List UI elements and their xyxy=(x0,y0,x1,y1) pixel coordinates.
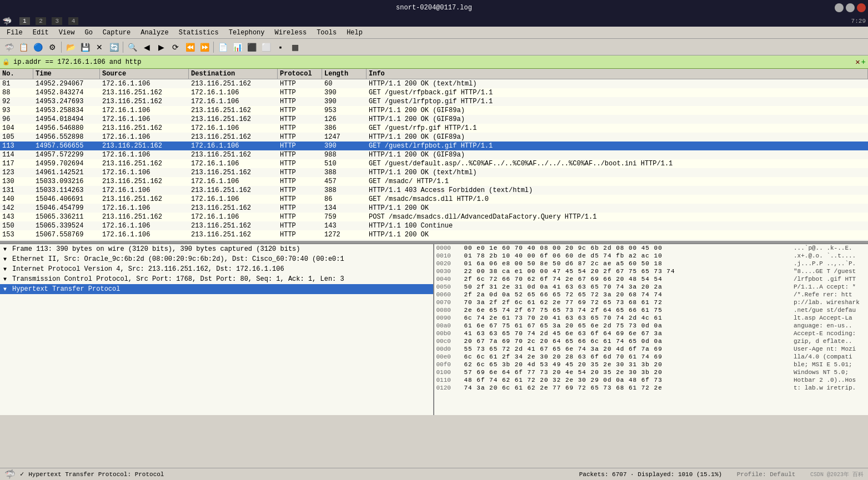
cell-time: 14956.552898 xyxy=(33,133,100,142)
hex-row: 0110 48 6f 74 62 61 72 20 32 2e 30 29 0d… xyxy=(434,376,869,384)
taskbar-btn-3[interactable]: 3 xyxy=(52,17,62,25)
toolbar-refresh-icon[interactable]: ⟳ xyxy=(169,41,182,54)
toolbar-white-icon[interactable]: ⬜ xyxy=(259,41,273,54)
hex-row: 00c0 20 67 7a 69 70 2c 20 64 65 66 6c 61… xyxy=(434,337,869,345)
table-row[interactable]: 104 14956.546880 213.116.251.162 172.16.… xyxy=(0,124,868,133)
filter-input[interactable] xyxy=(13,58,853,66)
menu-wireless[interactable]: Wireless xyxy=(270,28,312,38)
hex-ascii: t: lab.w iretrip. xyxy=(794,385,866,391)
menu-go[interactable]: Go xyxy=(80,28,97,38)
hex-row: 00f0 62 6c 65 3b 20 4d 53 49 45 20 35 2e… xyxy=(434,361,869,368)
taskbar-btn-4[interactable]: 4 xyxy=(68,17,79,25)
close-button[interactable] xyxy=(857,3,866,12)
hex-ascii: ble; MSI E 5.01; xyxy=(794,361,866,368)
cell-no: 143 xyxy=(0,213,33,221)
toolbar-small-icon[interactable]: ▪ xyxy=(274,41,287,54)
menu-file[interactable]: File xyxy=(2,28,27,38)
packet-list-section: No. Time Source Destination Protocol Len… xyxy=(0,69,868,241)
toolbar-search-icon[interactable]: 🔍 xyxy=(126,41,139,54)
col-protocol: Protocol xyxy=(278,69,322,79)
cell-len: 390 xyxy=(322,97,367,106)
toolbar-first-icon[interactable]: ⏪ xyxy=(183,41,197,54)
menu-telephony[interactable]: Telephony xyxy=(224,28,269,38)
hex-offset: 00c0 xyxy=(436,338,464,345)
cell-no: 140 xyxy=(0,195,33,204)
toolbar-list-icon[interactable]: 📋 xyxy=(17,41,30,54)
toolbar-save-icon[interactable]: 💾 xyxy=(78,41,92,54)
table-row[interactable]: 123 14961.142521 172.16.1.106 213.116.25… xyxy=(0,168,868,177)
toolbar-forward-icon[interactable]: ▶ xyxy=(154,41,168,54)
table-row[interactable]: 140 15046.406691 213.116.251.162 172.16.… xyxy=(0,195,868,204)
taskbar-btn-2[interactable]: 2 xyxy=(36,17,46,25)
toolbar-black-icon[interactable]: ⬛ xyxy=(245,41,258,54)
maximize-button[interactable] xyxy=(846,3,855,12)
taskbar-btn-1[interactable]: 1 xyxy=(19,17,30,25)
menu-edit[interactable]: Edit xyxy=(28,28,53,38)
cell-src: 213.116.251.162 xyxy=(100,213,189,221)
menu-tools[interactable]: Tools xyxy=(312,28,341,38)
filter-plus-icon[interactable]: + xyxy=(861,58,866,67)
table-row[interactable]: 88 14952.843274 213.116.251.162 172.16.1… xyxy=(0,88,868,97)
decode-row[interactable]: ▼Internet Protocol Version 4, Src: 213.1… xyxy=(0,264,433,274)
table-row[interactable]: 150 15065.339524 172.16.1.106 213.116.25… xyxy=(0,221,868,230)
cell-dst: 213.116.251.162 xyxy=(189,230,278,239)
cell-len: 1272 xyxy=(322,230,367,239)
toolbar-sep-3 xyxy=(213,42,214,53)
window-controls xyxy=(835,3,866,12)
decode-row[interactable]: ▼Transmission Control Protocol, Src Port… xyxy=(0,274,433,284)
table-row[interactable]: 130 15033.093216 213.116.251.162 172.16.… xyxy=(0,177,868,186)
menu-help[interactable]: Help xyxy=(342,28,367,38)
toolbar-doc-icon[interactable]: 📄 xyxy=(216,41,229,54)
toolbar-open-icon[interactable]: 📂 xyxy=(64,41,77,54)
hex-ascii: .j...P.P ..,..`P. xyxy=(794,260,866,267)
hex-bytes: 57 69 6e 64 6f 77 73 20 4e 54 20 35 2e 3… xyxy=(464,369,794,376)
toolbar-circle-icon[interactable]: 🔵 xyxy=(31,41,44,54)
table-row[interactable]: 105 14956.552898 172.16.1.106 213.116.25… xyxy=(0,133,868,142)
hex-bytes: 6c 74 2e 61 73 70 20 41 63 63 65 70 74 2… xyxy=(464,315,794,321)
toolbar-shark-icon[interactable]: 🦈 xyxy=(2,41,16,54)
table-row[interactable]: 114 14957.572299 172.16.1.106 213.116.25… xyxy=(0,150,868,159)
hex-offset: 00e0 xyxy=(436,353,464,360)
table-row[interactable]: 143 15065.336211 213.116.251.162 172.16.… xyxy=(0,213,868,221)
toolbar-gear-icon[interactable]: ⚙ xyxy=(46,41,59,54)
cell-info: POST /msadc/msadcs.dll/AdvancedDataFacto… xyxy=(367,213,868,221)
table-row[interactable]: 113 14957.566655 213.116.251.162 172.16.… xyxy=(0,142,868,150)
hex-ascii: /*.Refe rer: htt xyxy=(794,291,866,298)
table-row[interactable]: 117 14959.702694 213.116.251.162 172.16.… xyxy=(0,159,868,168)
cell-src: 172.16.1.106 xyxy=(100,150,189,159)
status-checkmark-icon: ✓ xyxy=(20,470,24,478)
table-row[interactable]: 93 14953.258834 172.16.1.106 213.116.251… xyxy=(0,106,868,115)
toolbar-chart-icon[interactable]: 📊 xyxy=(230,41,244,54)
cell-no: 113 xyxy=(0,142,33,150)
cell-proto: HTTP xyxy=(278,204,322,213)
menu-view[interactable]: View xyxy=(54,28,79,38)
table-row[interactable]: 96 14954.018494 172.16.1.106 213.116.251… xyxy=(0,115,868,124)
menu-capture[interactable]: Capture xyxy=(98,28,135,38)
decode-row[interactable]: ▼Frame 113: 390 bytes on wire (3120 bits… xyxy=(0,244,433,254)
menu-analyze[interactable]: Analyze xyxy=(136,28,173,38)
hex-ascii: Hotbar 2 .0)..Hos xyxy=(794,377,866,383)
filter-close-icon[interactable]: ✕ xyxy=(855,57,860,67)
decode-row[interactable]: ▼Ethernet II, Src: Oracle_9c:6b:2d (08:0… xyxy=(0,254,433,264)
decode-row[interactable]: ▼Hypertext Transfer Protocol xyxy=(0,284,433,294)
hex-ascii: /lrfpbot .gif HTT xyxy=(794,276,866,282)
table-row[interactable]: 142 15046.454799 172.16.1.106 213.116.25… xyxy=(0,204,868,213)
status-left: 🦈 ✓ Hypertext Transfer Protocol: Protoco… xyxy=(4,469,164,480)
cell-proto: HTTP xyxy=(278,133,322,142)
toolbar-reload-icon[interactable]: 🔄 xyxy=(107,41,121,54)
hex-row: 0090 6c 74 2e 61 73 70 20 41 63 63 65 70… xyxy=(434,314,869,322)
table-row[interactable]: 92 14953.247693 213.116.251.162 172.16.1… xyxy=(0,97,868,106)
hex-bytes: 2f 6c 72 66 70 62 6f 74 2e 67 69 66 20 4… xyxy=(464,276,794,282)
menu-statistics[interactable]: Statistics xyxy=(174,28,223,38)
hex-ascii: User-Age nt: Mozi xyxy=(794,346,866,352)
toolbar-back-icon[interactable]: ◀ xyxy=(140,41,153,54)
status-packets-info: Packets: 6707 · Displayed: 1010 (15.1%) … xyxy=(579,471,864,478)
table-row[interactable]: 153 15067.558769 172.16.1.106 213.116.25… xyxy=(0,230,868,239)
toolbar-grid-icon[interactable]: ▦ xyxy=(288,41,302,54)
toolbar-last-icon[interactable]: ⏩ xyxy=(198,41,211,54)
hex-ascii: lla/4.0 (compati xyxy=(794,353,866,360)
table-row[interactable]: 81 14952.294067 172.16.1.106 213.116.251… xyxy=(0,79,868,88)
toolbar-close-icon[interactable]: ✕ xyxy=(93,41,106,54)
table-row[interactable]: 131 15033.114263 172.16.1.106 213.116.25… xyxy=(0,186,868,195)
minimize-button[interactable] xyxy=(835,3,844,12)
